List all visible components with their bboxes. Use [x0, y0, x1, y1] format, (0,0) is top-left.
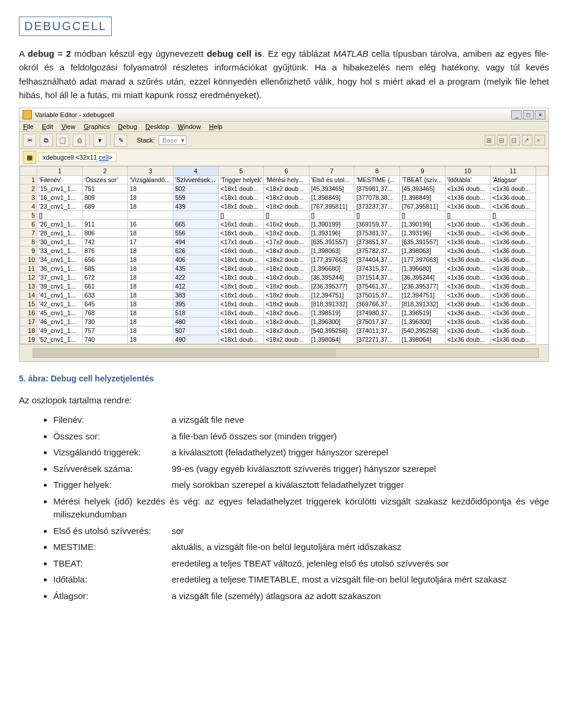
- grid-cell[interactable]: '45_cnv1_1...: [37, 309, 83, 318]
- col-header[interactable]: 6: [264, 167, 309, 176]
- grid-cell[interactable]: '16_cnv1_1...: [37, 193, 83, 202]
- grid-cell[interactable]: [236,395377]: [400, 282, 446, 291]
- row-header[interactable]: 2: [20, 185, 37, 193]
- grid-cell[interactable]: [1,398849]: [400, 193, 446, 202]
- grid-cell[interactable]: []: [400, 211, 446, 220]
- grid-cell[interactable]: 422: [173, 273, 218, 282]
- grid-cell[interactable]: [1,398063]: [309, 247, 354, 255]
- grid-cell[interactable]: [82, 211, 128, 220]
- grid-cell[interactable]: 395: [173, 300, 218, 309]
- grid-cell[interactable]: [818,391332]: [309, 300, 354, 309]
- grid-cell[interactable]: [540,395258]: [400, 326, 446, 335]
- breadcrumb[interactable]: xdebugcell <32x11 cell>: [38, 153, 117, 162]
- row-header[interactable]: 18: [20, 326, 37, 335]
- row-header[interactable]: 17: [20, 318, 37, 326]
- grid-cell[interactable]: <18x2 doub...: [264, 326, 309, 335]
- grid-cell[interactable]: <18x1 doub...: [218, 282, 264, 291]
- grid-cell[interactable]: <18x1 doub...: [218, 193, 264, 202]
- grid-cell[interactable]: 685: [82, 264, 128, 273]
- grid-cell[interactable]: 18: [128, 202, 173, 211]
- col-header[interactable]: 2: [82, 167, 128, 176]
- grid-cell[interactable]: <18x2 doub...: [264, 185, 309, 193]
- col-header[interactable]: 10: [445, 167, 490, 176]
- grid-cell[interactable]: 16: [128, 220, 173, 229]
- grid-cell[interactable]: '33_cnv1_1...: [37, 247, 83, 255]
- grid-cell[interactable]: <1x36 doub...: [490, 220, 536, 229]
- grid-cell[interactable]: <18x2 doub...: [264, 282, 309, 291]
- grid-cell[interactable]: <18x2 doub...: [264, 318, 309, 326]
- grid-cell[interactable]: 18: [128, 300, 173, 309]
- grid-cell[interactable]: []: [264, 211, 309, 220]
- grid-cell[interactable]: 665: [173, 220, 218, 229]
- row-header[interactable]: 6: [20, 220, 37, 229]
- grid-cell[interactable]: 494: [173, 238, 218, 247]
- tile-2-icon[interactable]: ⊟: [497, 135, 508, 145]
- grid-cell[interactable]: 480: [173, 318, 218, 326]
- grid-cell[interactable]: 'Filenév': [37, 176, 83, 185]
- grid-cell[interactable]: 435: [173, 264, 218, 273]
- grid-cell[interactable]: <18x1 doub...: [218, 309, 264, 318]
- grid-cell[interactable]: 18: [128, 273, 173, 282]
- grid-cell[interactable]: <1x36 doub...: [490, 185, 536, 193]
- grid-cell[interactable]: 406: [173, 255, 218, 264]
- grid-cell[interactable]: <1x36 doub...: [490, 264, 536, 273]
- grid-cell[interactable]: 742: [82, 238, 128, 247]
- grid-cell[interactable]: [1,398519]: [400, 309, 446, 318]
- grid-cell[interactable]: 'MESTIME (...: [354, 176, 400, 185]
- grid-cell[interactable]: <18x1 doub...: [218, 185, 264, 193]
- grid-cell[interactable]: '15_cnv1_1...: [37, 185, 83, 193]
- grid-cell[interactable]: 806: [82, 229, 128, 238]
- grid-cell[interactable]: [375981,37...: [354, 185, 400, 193]
- grid-cell[interactable]: []: [490, 211, 536, 220]
- grid-cell[interactable]: [767,395811]: [309, 202, 354, 211]
- minimize-button[interactable]: _: [511, 110, 522, 119]
- grid-cell[interactable]: 18: [128, 309, 173, 318]
- grid-cell[interactable]: 439: [173, 202, 218, 211]
- grid-cell[interactable]: [45,393465]: [400, 185, 446, 193]
- grid-cell[interactable]: [375782,37...: [354, 247, 400, 255]
- grid-cell[interactable]: <1x36 doub...: [490, 193, 536, 202]
- toolbar-cut-icon[interactable]: ✂: [23, 134, 36, 147]
- grid-cell[interactable]: <18x2 doub...: [264, 193, 309, 202]
- grid-cell[interactable]: 18: [128, 326, 173, 335]
- grid-cell[interactable]: '49_cnv1_1...: [37, 326, 83, 335]
- row-header[interactable]: 5: [20, 211, 37, 220]
- maximize-button[interactable]: □: [523, 110, 534, 119]
- grid-cell[interactable]: <1x36 doub...: [490, 255, 536, 264]
- grid-cell[interactable]: <18x2 doub...: [264, 309, 309, 318]
- grid-cell[interactable]: [1,396680]: [400, 264, 446, 273]
- grid-cell[interactable]: <18x2 doub...: [264, 273, 309, 282]
- grid-cell[interactable]: []: [218, 211, 264, 220]
- grid-cell[interactable]: '30_cnv1_1...: [37, 238, 83, 247]
- grid-cell[interactable]: <1x36 doub...: [445, 229, 490, 238]
- grid-cell[interactable]: <17x2 doub...: [264, 238, 309, 247]
- grid-cell[interactable]: 656: [82, 255, 128, 264]
- grid-cell[interactable]: <1x36 doub...: [490, 229, 536, 238]
- grid-cell[interactable]: 768: [82, 309, 128, 318]
- grid-cell[interactable]: <1x36 doub...: [445, 318, 490, 326]
- grid-cell[interactable]: 18: [128, 247, 173, 255]
- grid-cell[interactable]: <1x36 doub...: [445, 193, 490, 202]
- grid-cell[interactable]: 876: [82, 247, 128, 255]
- grid-cell[interactable]: [1,398064]: [400, 335, 446, 344]
- grid-cell[interactable]: 'Összes sor': [82, 176, 128, 185]
- grid-cell[interactable]: [375015,37...: [354, 291, 400, 300]
- grid-cell[interactable]: 507: [173, 326, 218, 335]
- grid-cell[interactable]: '41_cnv1_1...: [37, 291, 83, 300]
- grid-cell[interactable]: [1,396300]: [309, 318, 354, 326]
- grid-cell[interactable]: [369159,37...: [354, 220, 400, 229]
- grid-cell[interactable]: 518: [173, 309, 218, 318]
- col-header[interactable]: 3: [128, 167, 173, 176]
- grid-cell[interactable]: 502: [173, 185, 218, 193]
- grid-cell[interactable]: [128, 211, 173, 220]
- grid-cell[interactable]: '39_cnv1_1...: [37, 282, 83, 291]
- grid-cell[interactable]: [45,393465]: [309, 185, 354, 193]
- row-header[interactable]: 10: [20, 255, 37, 264]
- row-header[interactable]: 11: [20, 264, 37, 273]
- grid-cell[interactable]: [12,394751]: [400, 291, 446, 300]
- grid-cell[interactable]: <18x1 doub...: [218, 326, 264, 335]
- grid-cell[interactable]: [374404,37...: [354, 255, 400, 264]
- row-header[interactable]: 14: [20, 291, 37, 300]
- grid-cell[interactable]: <1x36 doub...: [445, 309, 490, 318]
- grid-cell[interactable]: <18x2 doub...: [264, 247, 309, 255]
